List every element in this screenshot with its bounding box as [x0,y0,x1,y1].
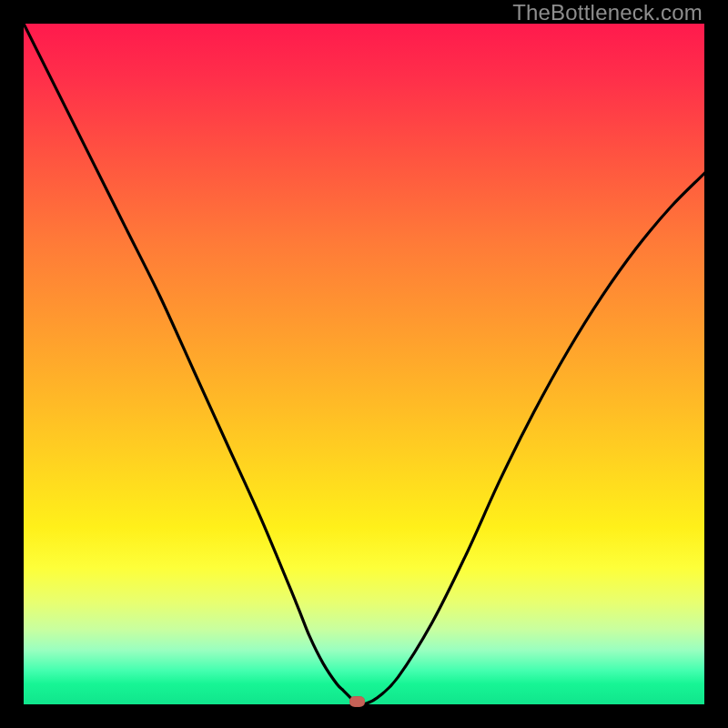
chart-plot-area [24,24,704,704]
watermark-text: TheBottleneck.com [512,0,703,25]
minimum-marker [349,696,365,707]
bottleneck-curve [24,24,704,704]
chart-frame: TheBottleneck.com [0,0,728,728]
